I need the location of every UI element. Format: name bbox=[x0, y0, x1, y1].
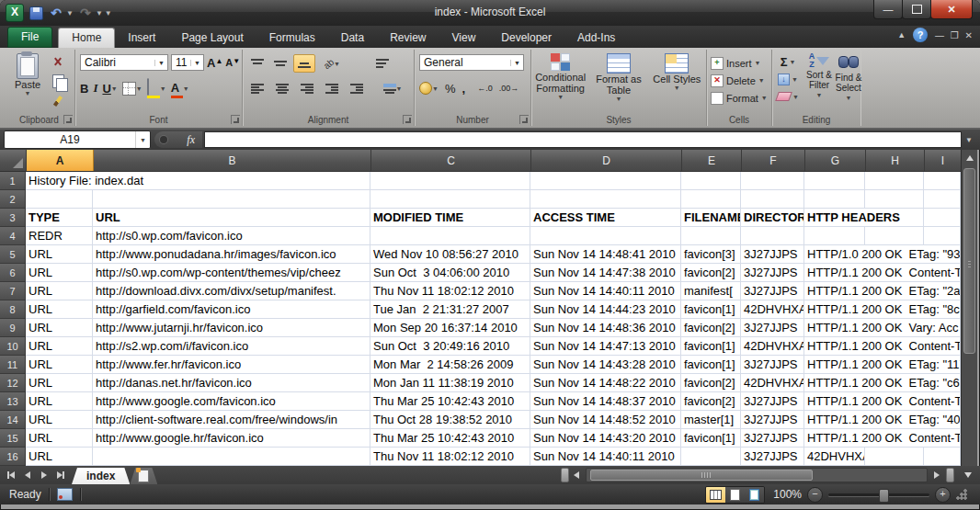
tab-split-handle[interactable] bbox=[561, 468, 569, 482]
cell-I2[interactable] bbox=[924, 190, 961, 209]
percent-style-button[interactable]: % bbox=[445, 80, 456, 96]
cell-B16[interactable] bbox=[93, 448, 370, 466]
cell-C7[interactable]: Thu Nov 11 18:02:12 2010 bbox=[370, 282, 530, 300]
cell-H4[interactable] bbox=[865, 227, 924, 245]
conditional-formatting-dropdown[interactable]: ▼ bbox=[557, 94, 564, 100]
zoom-level[interactable]: 100% bbox=[770, 488, 802, 501]
insert-dropdown[interactable]: ▼ bbox=[755, 60, 761, 66]
cell-D12[interactable]: Sun Nov 14 14:48:22 2010 bbox=[530, 374, 681, 392]
cell-E14[interactable]: master[1] bbox=[681, 411, 741, 429]
shrink-font-button[interactable]: A▼ bbox=[225, 54, 240, 71]
sheet-tab-index[interactable]: index bbox=[72, 468, 130, 484]
cell-G8[interactable]: HTTP/1.1 200 OK ETag: "8c8 bbox=[804, 300, 961, 319]
insert-cells-button[interactable]: +Insert▼ bbox=[711, 54, 771, 72]
cell-B9[interactable]: http://www.jutarnji.hr/favicon.ico bbox=[93, 319, 370, 337]
number-format-combo[interactable]: General ▼ bbox=[419, 54, 524, 71]
horizontal-scrollbar[interactable] bbox=[586, 468, 928, 482]
font-dialog-launcher[interactable] bbox=[231, 115, 240, 124]
cell-E8[interactable]: favicon[1] bbox=[681, 300, 741, 319]
row-header-14[interactable]: 14 bbox=[0, 411, 26, 429]
cell-E10[interactable]: favicon[1] bbox=[681, 337, 741, 356]
align-right-button[interactable] bbox=[297, 80, 317, 96]
cell-F8[interactable]: 42DHVHXA bbox=[741, 300, 804, 319]
cell-E1[interactable] bbox=[681, 172, 741, 190]
row-header-1[interactable]: 1 bbox=[0, 172, 26, 190]
minimize-button[interactable]: — bbox=[873, 0, 903, 19]
cell-H1[interactable] bbox=[865, 172, 924, 190]
cell-G14[interactable]: HTTP/1.1 200 OK ETag: "408 bbox=[804, 411, 961, 429]
select-all-corner[interactable] bbox=[0, 150, 27, 171]
horizontal-scroll-thumb[interactable] bbox=[590, 470, 813, 481]
cell-G3[interactable]: HTTP HEADERS bbox=[804, 209, 924, 227]
cell-H16[interactable] bbox=[865, 448, 924, 466]
cell-D6[interactable]: Sun Nov 14 14:47:38 2010 bbox=[530, 264, 681, 282]
align-middle-button[interactable] bbox=[270, 55, 291, 72]
cell-F4[interactable] bbox=[741, 227, 804, 245]
cell-E3[interactable]: FILENAME bbox=[681, 209, 741, 227]
accounting-format-button[interactable]: ▼ bbox=[419, 80, 439, 96]
format-dropdown[interactable]: ▼ bbox=[761, 95, 768, 101]
cell-B7[interactable]: http://download.divx.com/divx/setup/mani… bbox=[93, 282, 370, 300]
cell-G16[interactable]: 42DHVHXA bbox=[804, 448, 865, 466]
sort-filter-button[interactable]: AZ Sort & Filter ▼ bbox=[805, 51, 833, 103]
find-select-dropdown[interactable]: ▼ bbox=[846, 93, 852, 103]
row-header-10[interactable]: 10 bbox=[0, 337, 26, 356]
cell-A10[interactable]: URL bbox=[26, 337, 93, 356]
cell-F5[interactable]: 3J27JJPS bbox=[741, 245, 804, 264]
cell-E2[interactable] bbox=[681, 190, 741, 209]
fill-color-dropdown[interactable]: ▼ bbox=[160, 85, 166, 92]
italic-button[interactable]: I bbox=[93, 80, 97, 96]
cell-G9[interactable]: HTTP/1.1 200 OK Vary: Acc bbox=[804, 319, 961, 337]
zoom-out-button[interactable]: − bbox=[807, 487, 823, 503]
tab-insert[interactable]: Insert bbox=[115, 28, 168, 48]
row-header-5[interactable]: 5 bbox=[0, 245, 26, 264]
cell-D1[interactable] bbox=[530, 172, 681, 190]
align-top-button[interactable] bbox=[247, 55, 268, 72]
hscroll-left-button[interactable] bbox=[569, 469, 584, 482]
cell-D15[interactable]: Sun Nov 14 14:43:20 2010 bbox=[530, 429, 681, 448]
cell-A7[interactable]: URL bbox=[26, 282, 93, 300]
cell-C12[interactable]: Mon Jan 11 11:38:19 2010 bbox=[370, 374, 530, 392]
font-color-dropdown[interactable]: ▼ bbox=[183, 85, 189, 92]
cell-I1[interactable] bbox=[924, 172, 961, 190]
row-header-2[interactable]: 2 bbox=[0, 190, 26, 209]
decrease-indent-button[interactable] bbox=[322, 80, 342, 96]
clipboard-dialog-launcher[interactable] bbox=[63, 115, 73, 124]
cell-A5[interactable]: URL bbox=[26, 245, 93, 264]
cell-F13[interactable]: 3J27JJPS bbox=[741, 392, 804, 411]
row-header-9[interactable]: 9 bbox=[0, 319, 26, 337]
cell-D8[interactable]: Sun Nov 14 14:44:23 2010 bbox=[530, 300, 681, 319]
page-layout-view-button[interactable] bbox=[725, 487, 745, 503]
row-header-16[interactable]: 16 bbox=[0, 448, 26, 466]
wrap-text-button[interactable] bbox=[372, 55, 393, 72]
column-header-B[interactable]: B bbox=[94, 150, 371, 171]
cell-G12[interactable]: HTTP/1.1 200 OK ETag: "c68 bbox=[804, 374, 961, 392]
cell-F7[interactable]: 3J27JJPS bbox=[741, 282, 804, 300]
cell-F3[interactable]: DIRECTORY bbox=[741, 209, 804, 227]
tab-add-ins[interactable]: Add-Ins bbox=[564, 28, 628, 48]
cell-F16[interactable]: 3J27JJPS bbox=[741, 448, 804, 466]
cell-C6[interactable]: Sun Oct 3 04:06:00 2010 bbox=[370, 264, 530, 282]
format-as-table-dropdown[interactable]: ▼ bbox=[616, 96, 622, 102]
cell-A13[interactable]: URL bbox=[26, 392, 93, 411]
tab-data[interactable]: Data bbox=[328, 28, 377, 48]
cell-D2[interactable] bbox=[530, 190, 681, 209]
cell-E4[interactable] bbox=[681, 227, 741, 245]
tab-formulas[interactable]: Formulas bbox=[256, 28, 328, 48]
grow-font-button[interactable]: A▲ bbox=[207, 54, 222, 71]
tab-view[interactable]: View bbox=[439, 28, 489, 48]
cell-C11[interactable]: Mon Mar 2 14:58:26 2009 bbox=[370, 356, 530, 374]
cell-E16[interactable] bbox=[681, 448, 741, 466]
cell-D4[interactable] bbox=[530, 227, 681, 245]
scroll-up-button[interactable] bbox=[962, 150, 977, 166]
insert-worksheet-button[interactable] bbox=[130, 468, 157, 484]
row-header-15[interactable]: 15 bbox=[0, 429, 26, 448]
cell-E9[interactable]: favicon[2] bbox=[681, 319, 741, 337]
cell-F14[interactable]: 3J27JJPS bbox=[741, 411, 804, 429]
cell-G15[interactable]: HTTP/1.1 200 OK Content-T bbox=[804, 429, 961, 448]
row-header-11[interactable]: 11 bbox=[0, 356, 26, 374]
name-box[interactable]: A19 ▼ bbox=[4, 130, 151, 149]
cell-I16[interactable] bbox=[924, 448, 961, 466]
row-header-7[interactable]: 7 bbox=[0, 282, 26, 300]
cell-D16[interactable]: Sun Nov 14 14:40:11 2010 bbox=[530, 448, 681, 466]
